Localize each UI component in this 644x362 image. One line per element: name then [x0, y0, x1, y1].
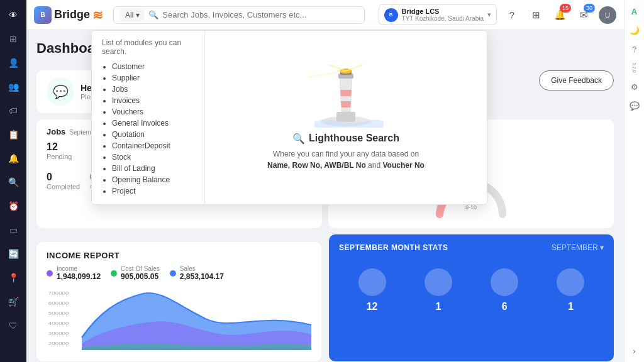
sep-val-3: 6 — [502, 301, 508, 312]
jobs-completed-val: 0 — [47, 172, 80, 183]
sidebar-icon-cart[interactable]: 🛒 — [3, 292, 23, 312]
svg-text:8-10: 8-10 — [465, 204, 477, 211]
sidebar-icon-pin[interactable]: 📍 — [3, 268, 23, 288]
module-customer[interactable]: Customer — [112, 61, 194, 72]
module-general-invoices[interactable]: General Invoices — [112, 118, 194, 129]
sep-stat-1: 12 — [358, 268, 386, 312]
sep-val-1: 12 — [367, 301, 378, 312]
module-project[interactable]: Project — [112, 185, 194, 197]
sep-stat-3: 6 — [491, 268, 518, 312]
sep-stat-4: 1 — [557, 268, 584, 312]
brand-logo: B — [34, 6, 52, 24]
sidebar-icon-eye[interactable]: 👁 — [3, 5, 23, 25]
jobs-pending-label: Pending — [47, 153, 72, 160]
sidebar-icon-clock[interactable]: ⏰ — [3, 196, 23, 216]
company-selector[interactable]: B Bridge LCS TYT Kozhikode, Saudi Arabia… — [379, 4, 497, 25]
sidebar-icon-shield[interactable]: 🛡 — [3, 315, 23, 336]
module-container-deposit[interactable]: ContainerDeposit — [112, 140, 194, 151]
income-val: 1,948,099.12 — [57, 272, 101, 281]
search-modules-list: List of modules you can search. Customer… — [92, 31, 205, 204]
notification-button[interactable]: 🔔 15 — [551, 6, 569, 24]
company-location: TYT Kozhikode, Saudi Arabia — [402, 15, 484, 22]
svg-text:200000: 200000 — [48, 341, 69, 346]
modules-list: Customer Supplier Jobs Invoices Vouchers… — [102, 61, 194, 197]
brand-name: Bridge — [54, 8, 90, 21]
feedback-button[interactable]: Give Feedback — [539, 70, 614, 90]
rs-icon-moon[interactable]: 🌙 — [627, 23, 642, 38]
user-avatar[interactable]: U — [599, 6, 616, 24]
rs-icon-a[interactable]: A — [627, 4, 642, 19]
svg-line-8 — [321, 65, 346, 71]
company-text: Bridge LCS TYT Kozhikode, Saudi Arabia — [402, 8, 484, 22]
sidebar-icon-users[interactable]: 👥 — [3, 77, 23, 97]
top-navbar: B Bridge ≋ All ▾ 🔍 B Bridge LCS — [26, 0, 624, 30]
module-invoices[interactable]: Invoices — [112, 95, 194, 106]
search-filter-label: All — [125, 11, 133, 19]
rs-icon-settings[interactable]: ⚙ — [627, 79, 642, 94]
navbar-right: B Bridge LCS TYT Kozhikode, Saudi Arabia… — [379, 4, 616, 25]
help-icon: ? — [509, 9, 514, 20]
search-input[interactable] — [162, 10, 358, 19]
sales-legend-text: Sales 2,853,104.17 — [180, 265, 224, 281]
sep-circle-1 — [358, 268, 386, 296]
sales-val: 2,853,104.17 — [180, 272, 224, 281]
hello-icon: 💬 — [47, 78, 74, 106]
company-name: Bridge LCS — [402, 8, 484, 15]
rs-icon-chat[interactable]: 💬 — [627, 98, 642, 113]
version-text: 5.2.0 — [632, 63, 636, 73]
sales-label: Sales — [180, 265, 224, 272]
svg-text:600000: 600000 — [48, 300, 69, 305]
sep-month-selector[interactable]: SEPTEMBER ▾ — [552, 243, 604, 252]
cost-val: 905,005.05 — [121, 272, 160, 281]
sidebar-icon-rect[interactable]: ▭ — [3, 220, 23, 240]
lighthouse-voucher: Voucher No — [382, 161, 424, 170]
sidebar-icon-doc[interactable]: 📋 — [3, 124, 23, 145]
cost-dot — [111, 270, 117, 277]
content-area: B Bridge ≋ All ▾ 🔍 B Bridge LCS — [26, 0, 624, 362]
lighthouse-keywords: Name, Row No, AWB/BL No — [267, 161, 366, 170]
brand-accent: ≋ — [92, 8, 103, 23]
sep-circle-3 — [491, 268, 518, 296]
module-supplier[interactable]: Supplier — [112, 72, 194, 84]
income-dot — [47, 270, 53, 277]
modules-title: List of modules you can search. — [102, 38, 194, 56]
sidebar-icon-search[interactable]: 🔍 — [3, 172, 23, 192]
module-vouchers[interactable]: Vouchers — [112, 106, 194, 118]
lighthouse-illustration — [308, 65, 384, 128]
search-dropdown-toggle[interactable]: All ▾ — [120, 9, 145, 21]
legend-cost: Cost Of Sales 905,005.05 — [111, 265, 160, 281]
module-bill-of-lading[interactable]: Bill of Lading — [112, 163, 194, 174]
sales-dot — [170, 270, 176, 277]
jobs-completed-label: Completed — [47, 183, 80, 190]
jobs-completed: 0 Completed — [47, 172, 80, 190]
rs-chevron-right[interactable]: › — [627, 343, 642, 358]
company-logo-text: B — [389, 12, 393, 18]
messages-button[interactable]: ✉ 30 — [575, 6, 592, 24]
right-sidebar: A 🌙 ? 5.2.0 ⚙ 💬 › — [624, 0, 644, 362]
cost-label: Cost Of Sales — [121, 265, 160, 272]
svg-rect-1 — [336, 112, 355, 122]
help-button[interactable]: ? — [503, 6, 521, 24]
lighthouse-title: 🔍 Lighthouse Search — [292, 133, 399, 145]
search-bar: All ▾ 🔍 — [113, 6, 365, 24]
module-jobs[interactable]: Jobs — [112, 84, 194, 95]
svg-text:400000: 400000 — [48, 321, 69, 326]
module-quotation[interactable]: Quotation — [112, 129, 194, 140]
module-opening-balance[interactable]: Opening Balance — [112, 174, 194, 185]
search-icon: 🔍 — [148, 10, 158, 19]
module-stock[interactable]: Stock — [112, 151, 194, 163]
search-dropdown-panel: List of modules you can search. Customer… — [91, 30, 487, 205]
sidebar-icon-refresh[interactable]: 🔄 — [3, 244, 23, 264]
sep-val-2: 1 — [435, 301, 441, 312]
company-chevron-icon: ▾ — [487, 11, 491, 19]
sidebar-icon-grid[interactable]: ⊞ — [3, 29, 23, 49]
sidebar-icon-user[interactable]: 👤 — [3, 53, 23, 73]
rs-icon-help[interactable]: ? — [627, 41, 642, 57]
cost-legend-text: Cost Of Sales 905,005.05 — [121, 265, 160, 281]
search-icon-2: 🔍 — [292, 133, 305, 145]
sidebar-icon-tag[interactable]: 🏷 — [3, 101, 23, 121]
sep-circle-4 — [557, 268, 584, 296]
grid-button[interactable]: ⊞ — [527, 6, 545, 24]
income-report-card: Income Report Income 1,948,099.12 — [36, 242, 321, 361]
sidebar-icon-bell[interactable]: 🔔 — [3, 148, 23, 168]
